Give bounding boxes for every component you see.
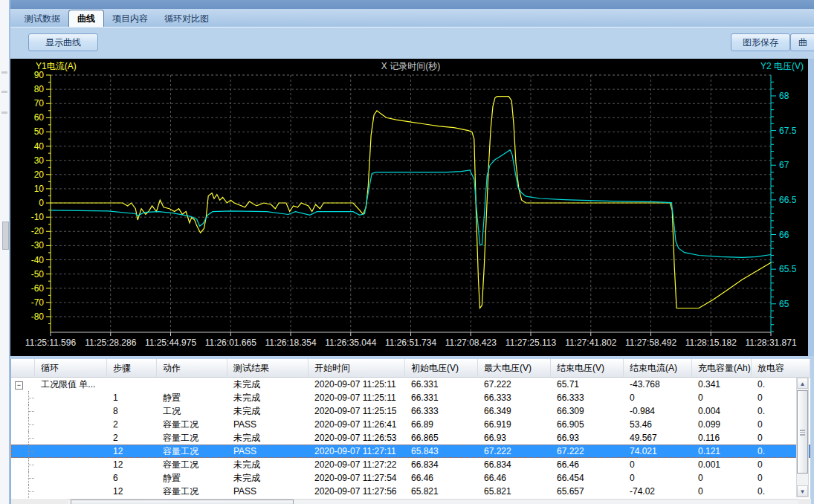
table-row[interactable]: 1静置未完成2020-09-07 11:25:1166.33166.33366.… <box>11 391 810 404</box>
tree-indent-cell <box>11 445 35 458</box>
column-header-3[interactable]: 动作 <box>157 359 227 377</box>
cell-action: 容量工况 <box>157 418 227 431</box>
cell-v0: 66.331 <box>405 378 478 391</box>
column-header-9[interactable]: 结束电流(A) <box>624 359 692 377</box>
cell-start: 2020-09-07 11:27:11 <box>309 445 405 458</box>
cell-vmax: 66.349 <box>478 404 551 418</box>
scroll-down-icon[interactable]: ▼ <box>797 485 808 497</box>
svg-text:70: 70 <box>34 98 45 109</box>
cell-cycle <box>35 391 107 404</box>
column-header-6[interactable]: 初始电压(V) <box>405 359 478 377</box>
column-header-1[interactable]: 循环 <box>35 359 107 377</box>
tab-project-content[interactable]: 项目内容 <box>104 11 156 27</box>
battery-test-app-window: 测试数据 曲线 项目内容 循环对比图 显示曲线 图形保存 曲 908070605… <box>0 0 814 504</box>
vertical-scroll-thumb[interactable] <box>797 390 808 474</box>
tree-indent-cell: − <box>11 378 35 391</box>
column-header[interactable] <box>11 359 35 377</box>
cell-chg: 0.121 <box>692 445 752 458</box>
table-row[interactable]: 2容量工况未完成2020-09-07 11:26:5366.86566.9366… <box>11 431 810 445</box>
svg-text:11:26:01.665: 11:26:01.665 <box>205 337 257 348</box>
curve-chart-canvas[interactable]: 9080706050403020100-10-20-30-40-50-60-70… <box>10 59 808 356</box>
cell-vmax: 67.222 <box>478 378 551 391</box>
column-header-2[interactable]: 步骤 <box>107 359 157 377</box>
svg-text:67.5: 67.5 <box>779 126 797 136</box>
table-row[interactable]: 8工况未完成2020-09-07 11:25:1566.33366.34966.… <box>11 404 810 418</box>
column-header-8[interactable]: 结束电压(V) <box>551 359 624 377</box>
cell-chg: 0.004 <box>692 404 752 418</box>
cell-vmax: 65.821 <box>478 485 551 498</box>
cell-cycle <box>35 458 107 471</box>
scroll-up-icon[interactable]: ▲ <box>797 378 808 389</box>
table-row[interactable]: 12容量工况PASS2020-09-07 11:27:1165.84367.22… <box>11 445 810 458</box>
table-header-row: 循环步骤动作测试结果开始时间初始电压(V)最大电压(V)结束电压(V)结束电流(… <box>11 359 810 378</box>
cell-cycle <box>35 431 107 445</box>
svg-text:11:26:18.354: 11:26:18.354 <box>265 337 317 348</box>
cell-vmax: 66.333 <box>478 391 551 404</box>
tab-curve[interactable]: 曲线 <box>68 10 104 27</box>
column-header-4[interactable]: 测试结果 <box>227 359 309 377</box>
horizontal-scroll-thumb[interactable] <box>71 500 294 504</box>
cell-chg: 0 <box>692 471 752 485</box>
svg-text:50: 50 <box>34 126 45 137</box>
toolbar: 显示曲线 图形保存 曲 <box>10 27 814 59</box>
cell-start: 2020-09-07 11:25:11 <box>309 391 405 404</box>
tree-indent-cell <box>11 404 35 418</box>
window-right-border <box>808 59 814 356</box>
svg-text:66.5: 66.5 <box>779 195 797 205</box>
cell-result: 未完成 <box>227 458 309 471</box>
cell-action: 容量工况 <box>157 445 227 458</box>
window-top-strip <box>10 0 814 9</box>
svg-text:-60: -60 <box>31 283 45 294</box>
cell-vend: 65.657 <box>551 485 624 498</box>
table-row[interactable]: 12容量工况PASS2020-09-07 11:27:5665.82165.82… <box>11 485 810 498</box>
cell-v0: 66.46 <box>405 471 478 485</box>
svg-text:11:27:41.802: 11:27:41.802 <box>565 337 617 348</box>
cell-v0: 66.834 <box>405 458 478 471</box>
svg-text:11:25:28.286: 11:25:28.286 <box>85 337 137 348</box>
cell-action: 工况 <box>157 404 227 418</box>
cell-iend: -0.984 <box>624 404 692 418</box>
cell-v0: 65.821 <box>405 485 478 498</box>
cell-v0: 66.89 <box>405 418 478 431</box>
cell-start: 2020-09-07 11:27:54 <box>309 471 405 485</box>
column-header-11[interactable]: 放电容 <box>752 359 810 377</box>
tree-collapse-icon[interactable]: − <box>15 381 23 390</box>
cell-iend: 0 <box>624 391 692 404</box>
svg-text:11:26:51.734: 11:26:51.734 <box>385 337 437 348</box>
save-graphic-button[interactable]: 图形保存 <box>731 33 790 51</box>
tab-cycle-comparison[interactable]: 循环对比图 <box>156 11 217 27</box>
cell-v0: 65.843 <box>405 445 478 458</box>
cell-step: 1 <box>107 391 157 404</box>
clipped-right-button[interactable]: 曲 <box>790 33 814 51</box>
table-row[interactable]: 2容量工况PASS2020-09-07 11:26:4166.8966.9196… <box>11 418 810 431</box>
column-header-5[interactable]: 开始时间 <box>309 359 405 377</box>
table-vertical-scrollbar[interactable]: ▲ ▼ <box>796 377 809 497</box>
svg-text:11:28:15.182: 11:28:15.182 <box>685 337 737 348</box>
cell-action: 容量工况 <box>157 485 227 498</box>
horizontal-scroll-track[interactable] <box>68 499 798 504</box>
svg-text:-80: -80 <box>31 311 45 322</box>
svg-text:90: 90 <box>34 70 45 80</box>
cell-cycle <box>35 445 107 458</box>
tab-test-data[interactable]: 测试数据 <box>16 11 68 27</box>
column-header-10[interactable]: 充电容量(Ah) <box>692 359 752 377</box>
svg-text:X 记录时间(秒): X 记录时间(秒) <box>381 61 440 71</box>
tree-indent-cell <box>11 431 35 445</box>
cell-iend: 0 <box>624 458 692 471</box>
svg-text:67: 67 <box>779 160 789 170</box>
svg-text:65: 65 <box>779 299 789 309</box>
show-curve-button[interactable]: 显示曲线 <box>28 33 98 51</box>
column-header-7[interactable]: 最大电压(V) <box>478 359 551 377</box>
table-row[interactable]: 12容量工况未完成2020-09-07 11:27:2266.83466.834… <box>11 458 810 471</box>
table-horizontal-scrollbar[interactable] <box>11 499 811 504</box>
cell-start: 2020-09-07 11:27:22 <box>309 458 405 471</box>
cell-action: 容量工况 <box>157 458 227 471</box>
scroll-grip-icon <box>800 432 805 433</box>
cell-action: 静置 <box>157 391 227 404</box>
table-row[interactable]: −工况限值 单...未完成2020-09-07 11:25:1166.33167… <box>11 378 810 391</box>
tree-indent-cell <box>11 471 35 485</box>
table-row[interactable]: 6静置未完成2020-09-07 11:27:5466.4666.4666.45… <box>11 471 810 485</box>
cell-vend: 65.71 <box>551 378 624 391</box>
svg-text:66: 66 <box>779 230 789 240</box>
cell-start: 2020-09-07 11:25:11 <box>309 378 405 391</box>
